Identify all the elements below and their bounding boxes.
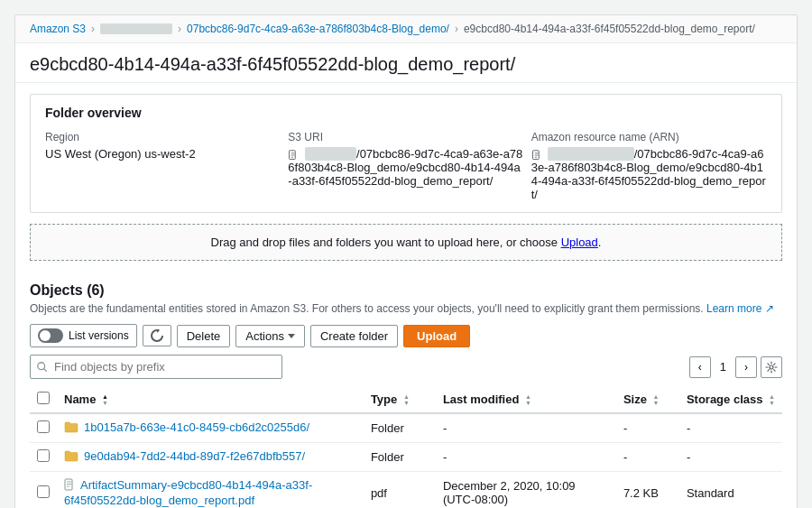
row-checkbox[interactable] xyxy=(37,449,50,462)
search-input[interactable] xyxy=(30,355,282,379)
svg-point-3 xyxy=(770,365,773,369)
create-folder-button[interactable]: Create folder xyxy=(310,325,398,347)
arn-item: Amazon resource name (ARN) arn:aws:s3:::… xyxy=(531,131,767,201)
arn-label: Amazon resource name (ARN) xyxy=(531,131,767,143)
row-size-cell: 7.2 KB xyxy=(616,472,679,508)
breadcrumb: Amazon S3 › › 07bcbc86-9d7c-4ca9-a63e-a7… xyxy=(15,15,797,43)
sort-modified-icon xyxy=(525,393,531,406)
folder-icon xyxy=(64,449,78,465)
row-checkbox[interactable] xyxy=(37,420,50,433)
chevron-down-icon xyxy=(288,334,295,338)
row-size-cell: - xyxy=(616,413,679,443)
region-item: Region US West (Oregon) us-west-2 xyxy=(45,131,281,201)
drop-zone-text: Drag and drop files and folders you want… xyxy=(211,236,561,249)
row-checkbox[interactable] xyxy=(37,485,50,498)
arn-blurred: arn:aws:s3::: xyxy=(548,147,633,161)
folder-icon xyxy=(64,420,78,436)
breadcrumb-s3-link[interactable]: Amazon S3 xyxy=(30,23,86,35)
select-all-checkbox[interactable] xyxy=(37,392,50,404)
sort-size-icon xyxy=(653,393,660,406)
search-wrapper xyxy=(30,355,282,379)
col-header-storage[interactable]: Storage class xyxy=(679,386,782,413)
document-icon xyxy=(288,150,299,161)
folder-overview-title: Folder overview xyxy=(45,106,767,120)
col-select-all xyxy=(30,386,57,413)
refresh-button[interactable] xyxy=(143,325,171,346)
learn-more-link[interactable]: Learn more ↗ xyxy=(706,302,774,315)
list-versions-label: List versions xyxy=(69,329,129,342)
drop-zone: Drag and drop files and folders you want… xyxy=(30,224,782,261)
objects-table: Name Type Last modified Size xyxy=(30,386,782,508)
col-header-name[interactable]: Name xyxy=(57,386,364,413)
file-icon xyxy=(64,478,75,494)
region-label: Region xyxy=(45,131,281,143)
row-checkbox-cell xyxy=(30,443,57,472)
page-title: e9cbcd80-4b14-494a-a33f-6f45f05522dd-blo… xyxy=(30,54,782,75)
row-type-cell: Folder xyxy=(364,413,436,443)
breadcrumb-sep-1: › xyxy=(91,23,95,35)
row-name-link[interactable]: 1b015a7b-663e-41c0-8459-cb6d2c0255d6/ xyxy=(84,420,309,434)
arn-value: arn:aws:s3::: /07bcbc86-9d7c-4ca9-a63e-a… xyxy=(531,147,767,201)
breadcrumb-sep-2: › xyxy=(178,23,181,35)
table-row: 9e0dab94-7dd2-44bd-89d7-f2e67dbfb557/Fol… xyxy=(30,443,782,472)
row-type-cell: pdf xyxy=(364,472,436,508)
breadcrumb-bucket-blurred xyxy=(100,23,172,34)
col-header-type[interactable]: Type xyxy=(364,386,436,413)
breadcrumb-sep-3: › xyxy=(455,23,458,35)
drop-zone-upload-link[interactable]: Upload xyxy=(561,236,598,249)
row-name-cell: 9e0dab94-7dd2-44bd-89d7-f2e67dbfb557/ xyxy=(57,443,364,472)
actions-button[interactable]: Actions xyxy=(235,325,305,347)
sort-name-icon xyxy=(102,393,108,406)
s3-uri-value: s3:// /07bcbc86-9d7c-4ca9-a63e-a786f803b… xyxy=(288,147,523,188)
delete-button[interactable]: Delete xyxy=(177,325,231,347)
row-type-cell: Folder xyxy=(364,443,436,472)
row-modified-cell: - xyxy=(436,413,616,443)
row-storage-cell: - xyxy=(679,443,782,472)
sort-storage-icon xyxy=(769,393,775,406)
row-checkbox-cell xyxy=(30,413,57,443)
folder-overview-grid: Region US West (Oregon) us-west-2 S3 URI… xyxy=(45,131,767,201)
objects-header: Objects (6) xyxy=(30,282,782,299)
page-number: 1 xyxy=(715,360,732,374)
upload-button[interactable]: Upload xyxy=(403,325,470,347)
objects-desc-text: Objects are the fundamental entities sto… xyxy=(30,302,704,315)
row-name-link[interactable]: ArtifactSummary-e9cbcd80-4b14-494a-a33f-… xyxy=(64,478,312,507)
table-body: 1b015a7b-663e-41c0-8459-cb6d2c0255d6/Fol… xyxy=(30,413,782,508)
table-header: Name Type Last modified Size xyxy=(30,386,782,413)
row-name-link[interactable]: 9e0dab94-7dd2-44bd-89d7-f2e67dbfb557/ xyxy=(84,449,305,463)
folder-overview: Folder overview Region US West (Oregon) … xyxy=(30,94,782,213)
sort-type-icon xyxy=(403,393,410,406)
row-name-cell: ArtifactSummary-e9cbcd80-4b14-494a-a33f-… xyxy=(57,472,364,508)
pagination: ‹ 1 › xyxy=(689,356,782,378)
document-icon-2 xyxy=(531,150,542,161)
list-versions-button[interactable]: List versions xyxy=(30,324,137,347)
table-row: 1b015a7b-663e-41c0-8459-cb6d2c0255d6/Fol… xyxy=(30,413,782,443)
page-title-section: e9cbcd80-4b14-494a-a33f-6f45f05522dd-blo… xyxy=(15,43,797,83)
row-size-cell: - xyxy=(616,443,679,472)
refresh-icon xyxy=(151,329,163,342)
settings-icon xyxy=(765,361,778,374)
objects-desc: Objects are the fundamental entities sto… xyxy=(30,302,782,315)
objects-section: Objects (6) Objects are the fundamental … xyxy=(15,272,797,508)
table-header-row: Name Type Last modified Size xyxy=(30,386,782,413)
breadcrumb-current: e9cbcd80-4b14-494a-a33f-6f45f05522dd-blo… xyxy=(464,23,755,35)
table-row: ArtifactSummary-e9cbcd80-4b14-494a-a33f-… xyxy=(30,472,782,508)
list-versions-toggle xyxy=(38,328,63,343)
row-checkbox-cell xyxy=(30,472,57,508)
region-value: US West (Oregon) us-west-2 xyxy=(45,147,281,161)
s3-uri-blurred: s3:// xyxy=(305,147,356,161)
next-page-button[interactable]: › xyxy=(735,356,757,378)
col-header-modified[interactable]: Last modified xyxy=(436,386,616,413)
svg-rect-4 xyxy=(65,479,72,490)
row-storage-cell: - xyxy=(679,413,782,443)
row-modified-cell: December 2, 2020, 10:09 (UTC-08:00) xyxy=(436,472,616,508)
s3-uri-label: S3 URI xyxy=(288,131,523,143)
col-header-size[interactable]: Size xyxy=(616,386,679,413)
row-name-cell: 1b015a7b-663e-41c0-8459-cb6d2c0255d6/ xyxy=(57,413,364,443)
breadcrumb-folder1-link[interactable]: 07bcbc86-9d7c-4ca9-a63e-a786f803b4c8-Blo… xyxy=(187,23,449,35)
table-settings-button[interactable] xyxy=(761,356,782,378)
row-modified-cell: - xyxy=(436,443,616,472)
prev-page-button[interactable]: ‹ xyxy=(689,356,711,378)
row-storage-cell: Standard xyxy=(679,472,782,508)
toolbar: List versions Delete Actions Create fold… xyxy=(30,324,782,347)
